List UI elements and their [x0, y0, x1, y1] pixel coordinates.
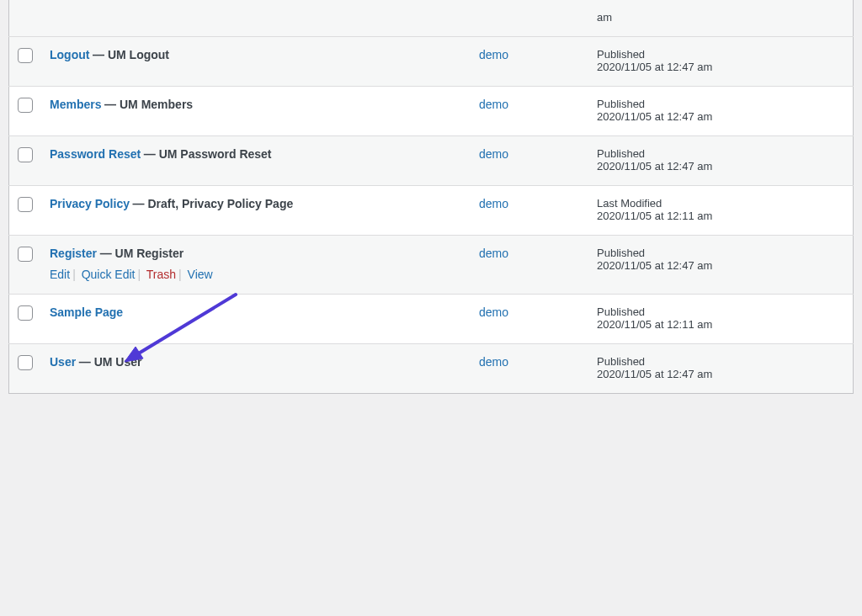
table-row: Register — UM Register Edit| Quick Edit|… — [9, 236, 854, 295]
author-link[interactable]: demo — [479, 98, 508, 111]
quick-edit-action[interactable]: Quick Edit — [82, 268, 136, 281]
row-checkbox[interactable] — [18, 247, 33, 262]
date-stamp: 2020/11/05 at 12:47 am — [597, 160, 844, 173]
date-stamp: 2020/11/05 at 12:47 am — [597, 259, 844, 272]
date-stamp: 2020/11/05 at 12:47 am — [597, 110, 844, 123]
table-row: User — UM User demo Published 2020/11/05… — [9, 344, 854, 394]
page-title-link[interactable]: User — [50, 355, 76, 369]
author-link[interactable]: demo — [479, 305, 508, 319]
trash-action[interactable]: Trash — [146, 268, 176, 281]
table-row: am — [9, 0, 854, 37]
author-link[interactable]: demo — [479, 197, 508, 210]
date-stamp: 2020/11/05 at 12:47 am — [597, 61, 844, 73]
table-row: Sample Page demo Published 2020/11/05 at… — [9, 295, 854, 344]
row-checkbox[interactable] — [18, 197, 33, 212]
edit-action[interactable]: Edit — [50, 268, 70, 281]
page-title-link[interactable]: Logout — [50, 48, 89, 61]
date-stamp: 2020/11/05 at 12:11 am — [597, 210, 844, 222]
date-status: Published — [597, 98, 844, 110]
post-state: — Draft, Privacy Policy Page — [133, 197, 294, 210]
row-checkbox[interactable] — [18, 147, 33, 162]
date-status: Published — [597, 247, 844, 259]
date-stamp: 2020/11/05 at 12:11 am — [597, 318, 844, 331]
author-link[interactable]: demo — [479, 355, 508, 369]
row-actions: Edit| Quick Edit| Trash| View — [50, 268, 462, 281]
row-checkbox[interactable] — [18, 48, 33, 63]
pages-table: am Logout — UM Logout demo Published 202… — [8, 0, 854, 394]
post-state: — UM Logout — [93, 48, 169, 61]
row-checkbox[interactable] — [18, 305, 33, 321]
author-link[interactable]: demo — [479, 48, 508, 61]
date-stamp: am — [597, 11, 844, 24]
post-state: — UM Register — [100, 247, 184, 260]
view-action[interactable]: View — [188, 268, 213, 281]
page-title-link[interactable]: Register — [50, 247, 97, 260]
post-state: — UM Password Reset — [144, 147, 272, 161]
date-status: Published — [597, 147, 844, 160]
page-title-link[interactable]: Privacy Policy — [50, 197, 130, 210]
page-title-link[interactable]: Sample Page — [50, 305, 123, 319]
table-row: Privacy Policy — Draft, Privacy Policy P… — [9, 186, 854, 236]
table-row: Password Reset — UM Password Reset demo … — [9, 136, 854, 186]
post-state: — UM Members — [104, 98, 193, 111]
date-status: Published — [597, 48, 844, 61]
date-status: Published — [597, 305, 844, 318]
author-link[interactable]: demo — [479, 247, 508, 260]
row-checkbox[interactable] — [18, 355, 33, 370]
post-state: — UM User — [79, 355, 142, 369]
row-checkbox[interactable] — [18, 98, 33, 113]
page-title-link[interactable]: Members — [50, 98, 101, 111]
page-title-link[interactable]: Password Reset — [50, 147, 141, 161]
author-link[interactable]: demo — [479, 147, 508, 161]
table-row: Logout — UM Logout demo Published 2020/1… — [9, 37, 854, 87]
table-row: Members — UM Members demo Published 2020… — [9, 87, 854, 136]
date-status: Published — [597, 355, 844, 368]
date-status: Last Modified — [597, 197, 844, 210]
date-stamp: 2020/11/05 at 12:47 am — [597, 368, 844, 380]
